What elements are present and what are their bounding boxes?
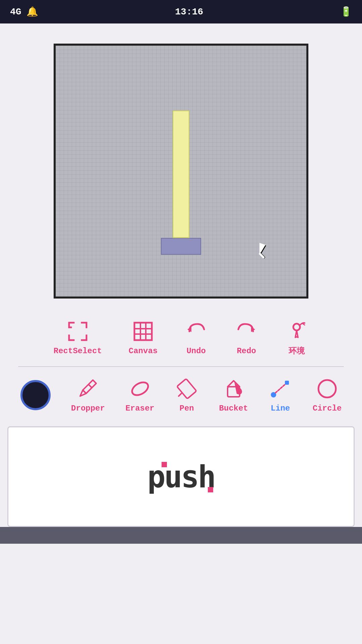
svg-point-15: [318, 380, 336, 397]
bottom-navigation-bar: [0, 527, 362, 544]
battery-icon: 🔋: [340, 6, 352, 17]
svg-rect-14: [285, 381, 289, 385]
bucket-label: Bucket: [219, 404, 248, 413]
status-time: 13:16: [175, 7, 203, 17]
circle-icon: [315, 377, 339, 400]
status-bar: 4G 🔔 13:16 🔋: [0, 0, 362, 23]
line-label: Line: [271, 404, 290, 413]
environment-label: 环境: [289, 345, 305, 356]
tool-undo[interactable]: Undo: [184, 320, 208, 356]
status-right: 🔋: [340, 6, 352, 17]
tool-rect-select[interactable]: RectSelect: [54, 320, 102, 356]
status-left: 4G 🔔: [10, 6, 38, 17]
bucket-icon: [222, 377, 245, 400]
tool-circle[interactable]: Circle: [313, 377, 342, 413]
tool-bucket[interactable]: Bucket: [219, 377, 248, 413]
pen-label: Pen: [180, 404, 194, 413]
pen-icon: [175, 377, 198, 400]
svg-line-11: [179, 393, 181, 396]
undo-icon: [184, 320, 208, 343]
drawing-tools-row: Dropper Eraser Pen Bucket: [0, 370, 362, 420]
nail-artwork: [161, 110, 201, 255]
tool-dropper[interactable]: Dropper: [71, 377, 105, 413]
redo-label: Redo: [237, 346, 256, 356]
line-icon: [268, 377, 292, 400]
rect-select-label: RectSelect: [54, 346, 102, 356]
svg-point-9: [130, 380, 150, 398]
signal-strength: 4G: [10, 7, 21, 17]
tool-pen[interactable]: Pen: [175, 377, 198, 413]
tool-redo[interactable]: Redo: [235, 320, 258, 356]
color-swatch[interactable]: [20, 380, 51, 410]
undo-label: Undo: [186, 346, 206, 356]
dropper-icon: [76, 377, 100, 400]
environment-icon: [285, 319, 308, 342]
canvas-label: Canvas: [129, 346, 158, 356]
tool-environment[interactable]: 环境: [285, 319, 308, 356]
notification-icon: 🔔: [26, 6, 38, 17]
ad-text: push: [147, 459, 215, 494]
drawing-canvas[interactable]: [54, 44, 308, 299]
ad-banner: push: [7, 426, 355, 527]
svg-line-13: [276, 383, 286, 393]
nail-base: [161, 238, 201, 255]
canvas-icon: [131, 320, 155, 343]
rect-select-icon: [66, 320, 89, 343]
eraser-icon: [128, 377, 152, 400]
tool-line[interactable]: Line: [268, 377, 292, 413]
eraser-label: Eraser: [125, 404, 154, 413]
toolbar-divider: [18, 366, 344, 367]
redo-icon: [235, 320, 258, 343]
circle-label: Circle: [313, 404, 342, 413]
nail-shaft: [173, 110, 189, 238]
svg-rect-0: [134, 323, 152, 340]
tool-eraser[interactable]: Eraser: [125, 377, 154, 413]
dropper-label: Dropper: [71, 404, 105, 413]
top-toolbar: RectSelect Canvas Undo: [0, 312, 362, 363]
tool-canvas[interactable]: Canvas: [129, 320, 158, 356]
svg-line-8: [88, 384, 92, 388]
svg-point-7: [293, 324, 300, 330]
